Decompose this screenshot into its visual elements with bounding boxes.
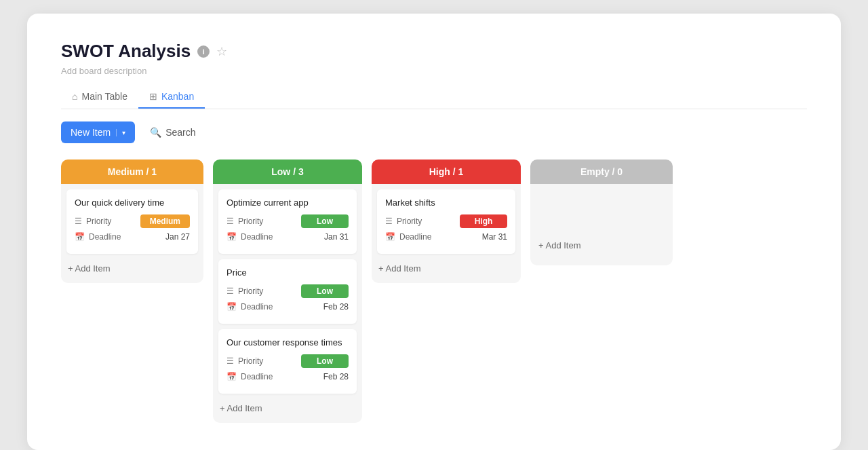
- priority-label-high-0: ☰ Priority: [385, 217, 422, 226]
- card-high-0-priority-field: ☰ Priority High: [385, 214, 507, 228]
- priority-badge-medium-0[interactable]: Medium: [140, 214, 190, 228]
- deadline-label-high-0: 📅 Deadline: [385, 232, 431, 242]
- calendar-icon: 📅: [75, 232, 85, 242]
- column-high: High / 1 Market shifts ☰ Priority High: [372, 160, 521, 283]
- header-title-row: SWOT Analysis i ☆: [61, 41, 807, 62]
- column-low-body: Optimize current app ☰ Priority Low 📅 De…: [213, 184, 362, 423]
- priority-badge-low-2[interactable]: Low: [301, 354, 349, 368]
- deadline-text: Deadline: [89, 232, 121, 242]
- card-medium-0-priority-field: ☰ Priority Medium: [75, 214, 190, 228]
- priority-label-low-0: ☰ Priority: [226, 217, 263, 226]
- new-item-label: New Item: [71, 127, 111, 138]
- tab-kanban[interactable]: ⊞ Kanban: [138, 86, 205, 109]
- column-medium-header: Medium / 1: [61, 160, 203, 184]
- card-low-2-priority-field: ☰ Priority Low: [226, 354, 349, 368]
- add-item-medium[interactable]: + Add Item: [66, 259, 198, 278]
- deadline-value-low-1: Feb 28: [323, 302, 349, 312]
- priority-text-low-0: Priority: [238, 217, 263, 226]
- home-icon: ⌂: [72, 91, 77, 102]
- tab-main-table-label: Main Table: [81, 91, 127, 102]
- priority-label: ☰ Priority: [75, 217, 111, 226]
- column-high-header: High / 1: [372, 160, 521, 184]
- deadline-value-high-0: Mar 31: [482, 232, 507, 242]
- board-description[interactable]: Add board description: [61, 66, 807, 76]
- column-empty-body: + Add Item: [530, 184, 673, 265]
- card-low-0-title: Optimize current app: [226, 198, 349, 208]
- toolbar: New Item ▾ 🔍 Search: [61, 121, 807, 143]
- column-medium: Medium / 1 Our quick delivery time ☰ Pri…: [61, 160, 203, 283]
- card-medium-0-title: Our quick delivery time: [75, 198, 190, 208]
- column-low: Low / 3 Optimize current app ☰ Priority …: [213, 160, 362, 423]
- card-high-0-deadline-field: 📅 Deadline Mar 31: [385, 232, 507, 242]
- deadline-text-low-2: Deadline: [241, 372, 273, 381]
- priority-list-icon-low-1: ☰: [226, 286, 234, 296]
- calendar-icon-low-2: 📅: [226, 372, 237, 381]
- card-low-0: Optimize current app ☰ Priority Low 📅 De…: [218, 189, 357, 254]
- add-item-low[interactable]: + Add Item: [218, 399, 357, 417]
- card-low-0-priority-field: ☰ Priority Low: [226, 214, 349, 228]
- priority-label-low-2: ☰ Priority: [226, 356, 263, 366]
- deadline-text-low-0: Deadline: [241, 232, 273, 242]
- priority-list-icon-low-2: ☰: [226, 356, 234, 366]
- priority-text-high-0: Priority: [397, 217, 422, 226]
- priority-text-low-2: Priority: [238, 356, 263, 366]
- new-item-button[interactable]: New Item ▾: [61, 121, 135, 143]
- priority-badge-high-0[interactable]: High: [460, 214, 507, 228]
- search-icon: 🔍: [150, 127, 161, 138]
- deadline-value-low-0: Jan 31: [324, 232, 349, 242]
- column-medium-body: Our quick delivery time ☰ Priority Mediu…: [61, 184, 203, 283]
- add-item-high[interactable]: + Add Item: [377, 259, 515, 278]
- deadline-text-low-1: Deadline: [241, 302, 273, 312]
- deadline-text-high-0: Deadline: [399, 232, 431, 242]
- card-low-1: Price ☰ Priority Low 📅 Deadline Fe: [218, 259, 357, 324]
- info-icon[interactable]: i: [197, 45, 210, 58]
- deadline-value-medium-0: Jan 27: [165, 232, 190, 242]
- deadline-value-low-2: Feb 28: [323, 372, 349, 381]
- calendar-icon-low-0: 📅: [226, 232, 237, 242]
- column-low-header: Low / 3: [213, 160, 362, 184]
- card-low-2: Our customer response times ☰ Priority L…: [218, 329, 357, 394]
- chevron-down-icon: ▾: [116, 129, 125, 136]
- card-low-1-deadline-field: 📅 Deadline Feb 28: [226, 302, 349, 312]
- column-empty-header: Empty / 0: [530, 160, 673, 184]
- tabs-bar: ⌂ Main Table ⊞ Kanban: [61, 86, 807, 109]
- column-high-body: Market shifts ☰ Priority High 📅 Deadline: [372, 184, 521, 283]
- deadline-label-low-2: 📅 Deadline: [226, 372, 273, 381]
- deadline-label-low-1: 📅 Deadline: [226, 302, 273, 312]
- card-low-1-priority-field: ☰ Priority Low: [226, 284, 349, 298]
- card-low-2-title: Our customer response times: [226, 337, 349, 348]
- priority-list-icon-low-0: ☰: [226, 217, 234, 226]
- priority-badge-low-0[interactable]: Low: [301, 214, 349, 228]
- search-button[interactable]: 🔍 Search: [143, 123, 202, 142]
- calendar-icon-low-1: 📅: [226, 302, 237, 312]
- deadline-label-low-0: 📅 Deadline: [226, 232, 273, 242]
- priority-text-low-1: Priority: [238, 286, 263, 296]
- card-high-0: Market shifts ☰ Priority High 📅 Deadline: [377, 189, 515, 254]
- priority-list-icon: ☰: [75, 217, 82, 226]
- priority-text: Priority: [86, 217, 111, 226]
- search-label: Search: [165, 127, 195, 138]
- card-low-1-title: Price: [226, 267, 349, 278]
- page-container: SWOT Analysis i ☆ Add board description …: [27, 14, 841, 450]
- card-low-0-deadline-field: 📅 Deadline Jan 31: [226, 232, 349, 242]
- priority-badge-low-1[interactable]: Low: [301, 284, 349, 298]
- card-medium-0: Our quick delivery time ☰ Priority Mediu…: [66, 189, 198, 254]
- card-low-2-deadline-field: 📅 Deadline Feb 28: [226, 372, 349, 381]
- priority-label-low-1: ☰ Priority: [226, 286, 263, 296]
- card-medium-0-deadline-field: 📅 Deadline Jan 27: [75, 232, 190, 242]
- tab-main-table[interactable]: ⌂ Main Table: [61, 86, 138, 109]
- card-high-0-title: Market shifts: [385, 198, 507, 208]
- tab-kanban-label: Kanban: [161, 91, 194, 102]
- kanban-board: Medium / 1 Our quick delivery time ☰ Pri…: [61, 160, 807, 423]
- column-empty: Empty / 0 + Add Item: [530, 160, 673, 265]
- star-icon[interactable]: ☆: [216, 44, 227, 59]
- add-item-empty[interactable]: + Add Item: [537, 236, 583, 255]
- priority-list-icon-high-0: ☰: [385, 217, 393, 226]
- calendar-icon-high-0: 📅: [385, 232, 395, 242]
- deadline-label: 📅 Deadline: [75, 232, 121, 242]
- kanban-icon: ⊞: [149, 91, 157, 102]
- board-title: SWOT Analysis: [61, 41, 191, 62]
